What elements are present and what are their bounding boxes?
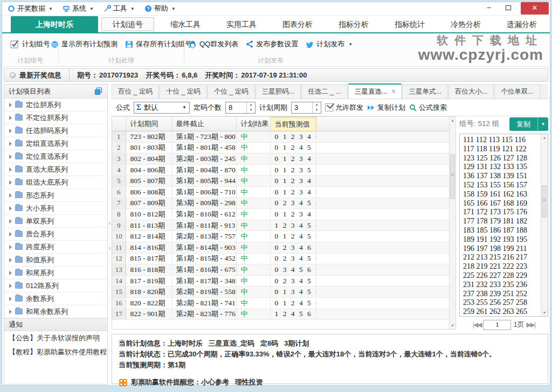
- main-tab[interactable]: 遗漏分析: [494, 16, 550, 32]
- expand-arrow-icon[interactable]: [9, 219, 12, 223]
- sidebar-item[interactable]: 形态系列: [4, 189, 107, 202]
- header-deadline[interactable]: 最终截止: [171, 117, 236, 131]
- expand-arrow-icon[interactable]: [9, 116, 12, 120]
- spin-down-icon[interactable]: ▼: [247, 108, 255, 113]
- menu-system[interactable]: 系统▼: [63, 4, 94, 13]
- table-row[interactable]: 15 818 - 820期 第2期 - 819期 - 558 中 0 1 3 4…: [112, 286, 449, 298]
- expand-arrow-icon[interactable]: [9, 310, 12, 314]
- plan-tab[interactable]: 三星单式...×: [402, 85, 447, 99]
- expand-arrow-icon[interactable]: [9, 167, 12, 172]
- table-row[interactable]: 14 817 - 819期 第1期 - 817期 - 348 中 0 2 3 4…: [112, 275, 449, 286]
- minimize-button[interactable]: –: [482, 2, 496, 14]
- sidebar-item[interactable]: 定位胆系列: [4, 99, 107, 111]
- plan-tab[interactable]: 三星胆码...×: [256, 85, 301, 99]
- save-all-plans-button[interactable]: 保存所有计划组号: [125, 39, 192, 49]
- main-tab[interactable]: 冷热分析: [438, 16, 494, 32]
- sidebar-item[interactable]: 任选胆码系列: [4, 124, 107, 137]
- plan-tab[interactable]: 三星直选...×: [348, 83, 402, 99]
- scrollbar-thumb[interactable]: [450, 155, 455, 199]
- table-row[interactable]: 17 822 - 901期 第2期 - 823期 - 776 中 1 2 4 5…: [112, 309, 449, 320]
- scroll-up-icon[interactable]: ▲: [541, 134, 548, 141]
- sidebar-item[interactable]: 012路系列: [4, 279, 107, 292]
- main-tab[interactable]: 指标分析: [326, 16, 382, 32]
- sidebar-item[interactable]: 和值系列: [4, 254, 107, 267]
- spin-up-icon[interactable]: ▲: [313, 102, 321, 108]
- first-page-button[interactable]: |◀◀: [473, 321, 481, 328]
- table-row[interactable]: 16 820 - 822期 第2期 - 821期 - 741 中 0 1 2 4…: [112, 297, 449, 309]
- table-row[interactable]: 6 806 - 808期 第1期 - 806期 - 710 中 0 1 2 3 …: [112, 186, 449, 198]
- sidebar-item[interactable]: 不定位胆系列: [4, 111, 107, 124]
- group-number-list[interactable]: 111 112 113 115 116117 118 119 121 12212…: [459, 134, 548, 317]
- table-row[interactable]: 5 805 - 807期 第1期 - 805期 - 944 中 0 1 2 3 …: [112, 176, 449, 187]
- expand-arrow-icon[interactable]: [9, 129, 12, 133]
- expand-arrow-icon[interactable]: [9, 155, 12, 159]
- copy-plan-button[interactable]: 复制计划: [367, 103, 405, 113]
- scroll-up-icon[interactable]: ▲: [450, 117, 456, 124]
- code-count-stepper[interactable]: 8 ▲▼: [225, 102, 256, 114]
- copy-pages-icon[interactable]: [94, 87, 103, 95]
- sidebar-item[interactable]: 定位直选系列: [4, 150, 107, 163]
- maximize-button[interactable]: [501, 2, 515, 14]
- main-tab[interactable]: 缩水工具: [157, 16, 213, 32]
- chevron-down-icon[interactable]: ▼: [537, 117, 548, 131]
- latest-draw-button[interactable]: 最新开奖信息: [4, 69, 70, 81]
- sidebar-item[interactable]: 质合系列: [4, 228, 107, 241]
- sidebar-item[interactable]: 定组直选系列: [4, 137, 107, 150]
- last-page-button[interactable]: ▶▶|: [527, 321, 535, 328]
- formula-select[interactable]: Σ 默认 ▼: [134, 102, 190, 114]
- spin-up-icon[interactable]: ▲: [247, 102, 255, 108]
- notice-item[interactable]: 【教程】彩票助赢软件使用教程: [4, 345, 107, 359]
- main-tab[interactable]: 实用工具: [213, 16, 270, 32]
- page-input[interactable]: [483, 320, 511, 330]
- table-row[interactable]: 9 811 - 813期 第1期 - 811期 - 913 中 1 2 3 4 …: [112, 220, 449, 231]
- collapse-right-icon[interactable]: ›: [108, 243, 112, 252]
- table-row[interactable]: 10 812 - 814期 第2期 - 813期 - 757 中 0 1 2 4…: [112, 231, 449, 242]
- menu-lottery-data[interactable]: 开奖数据▼: [8, 4, 53, 13]
- plan-cycle-stepper[interactable]: 3 ▲▼: [291, 102, 321, 114]
- table-scrollbar[interactable]: ▲ ▼: [449, 116, 456, 330]
- plan-tab[interactable]: 个位单双...×: [494, 85, 540, 99]
- sidebar-item[interactable]: 和尾系列: [4, 267, 107, 279]
- table-row[interactable]: 11 814 - 816期 第1期 - 814期 - 903 中 0 2 3 4…: [112, 242, 449, 253]
- table-row[interactable]: 7 807 - 809期 第3期 - 809期 - 298 中 0 2 3 4 …: [112, 198, 449, 209]
- main-tab[interactable]: 指标统计: [382, 16, 438, 32]
- plan-publish-button[interactable]: 计划发布▼: [306, 39, 353, 49]
- close-button[interactable]: ✕: [521, 2, 549, 15]
- scroll-down-icon[interactable]: ▼: [450, 322, 456, 329]
- sidebar-item[interactable]: 组选大底系列: [4, 176, 107, 189]
- notice-item[interactable]: 【公告】关于杀软误报的声明: [4, 331, 107, 345]
- plan-tab[interactable]: 个位 _ 定码×: [208, 85, 255, 99]
- table-row[interactable]: 8 810 - 812期 第1期 - 810期 - 612 中 0 1 2 3 …: [112, 209, 449, 220]
- expand-arrow-icon[interactable]: [9, 206, 12, 211]
- menu-tools[interactable]: 工具▼: [104, 4, 135, 13]
- allow-broadcast-checkbox[interactable]: 允许群发: [325, 103, 363, 113]
- spin-down-icon[interactable]: ▼: [313, 108, 321, 113]
- main-tab[interactable]: 图表分析: [270, 16, 326, 32]
- plan-tab[interactable]: 任选二 _ ...×: [301, 85, 348, 99]
- expand-arrow-icon[interactable]: [9, 284, 12, 288]
- expand-arrow-icon[interactable]: [9, 245, 12, 249]
- sidebar-item[interactable]: 大小系列: [4, 202, 107, 215]
- header-prediction[interactable]: 当前预测值: [270, 117, 316, 131]
- plan-group-button[interactable]: 计划组号: [10, 39, 50, 49]
- plan-tab[interactable]: 十位 _ 定码×: [160, 85, 207, 99]
- plan-tab[interactable]: 百位 _ 定码×: [112, 85, 159, 99]
- expand-arrow-icon[interactable]: [9, 258, 12, 262]
- qq-group-list-button[interactable]: QQ群发列表: [189, 39, 238, 49]
- close-tab-icon[interactable]: ×: [391, 85, 395, 99]
- sidebar-item[interactable]: 单双系列: [4, 215, 107, 228]
- show-all-plans-button[interactable]: 显示所有计划预测: [51, 39, 118, 49]
- publish-settings-button[interactable]: 发布参数设置: [246, 39, 298, 49]
- expand-arrow-icon[interactable]: [9, 142, 12, 146]
- expand-arrow-icon[interactable]: [9, 232, 12, 236]
- header-period[interactable]: 计划期间: [126, 117, 171, 131]
- sidebar-item[interactable]: 跨度系列: [4, 241, 107, 254]
- panel-splitter[interactable]: ‹ ›: [108, 84, 112, 384]
- scroll-down-icon[interactable]: ▼: [541, 309, 548, 316]
- expand-arrow-icon[interactable]: [9, 297, 12, 301]
- main-tab[interactable]: 计划追号: [101, 17, 154, 31]
- table-row[interactable]: 4 804 - 806期 第1期 - 804期 - 870 中 0 1 2 3 …: [112, 164, 449, 176]
- formula-search-button[interactable]: 公式搜索: [409, 103, 447, 113]
- scrollbar-thumb[interactable]: [542, 185, 547, 218]
- table-row[interactable]: 2 801 - 803期 第1期 - 801期 - 458 中 0 1 2 4 …: [112, 142, 449, 153]
